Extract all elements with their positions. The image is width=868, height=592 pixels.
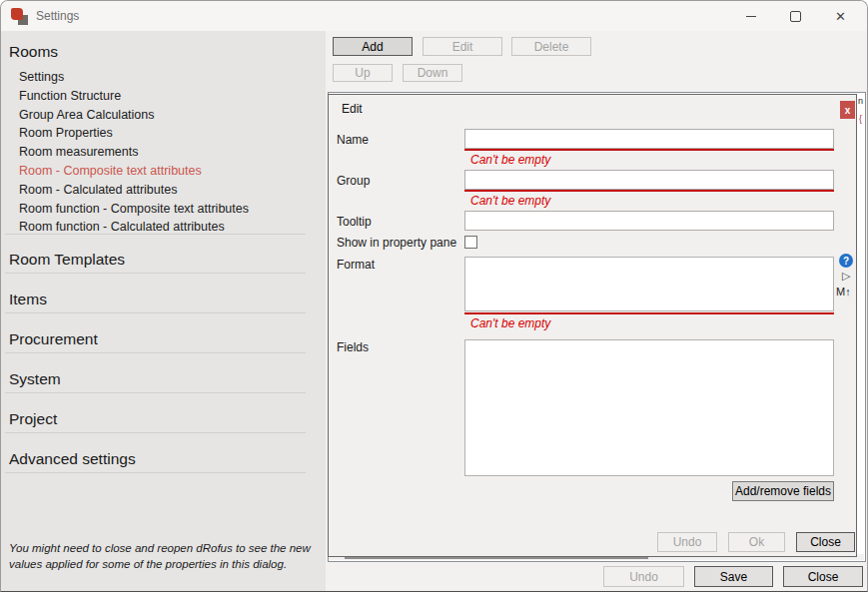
list-fragment: { (859, 114, 862, 124)
sidebar-item-room-measurements[interactable]: Room measurements (19, 143, 249, 162)
sidebar-section-rooms[interactable]: Rooms (9, 43, 58, 61)
sidebar-note: You might need to close and reopen dRofu… (9, 540, 327, 572)
dialog-ok-button[interactable]: Ok (728, 532, 785, 552)
tooltip-input[interactable] (464, 211, 834, 231)
sidebar-section-items[interactable]: Items (9, 291, 47, 308)
sidebar-section-procurement[interactable]: Procurement (9, 330, 98, 348)
sidebar-item-room-composite-text-attributes[interactable]: Room - Composite text attributes (19, 162, 249, 181)
add-remove-fields-button[interactable]: Add/remove fields (732, 481, 834, 501)
minimize-icon (746, 16, 756, 17)
format-error-underline (464, 312, 834, 314)
show-in-property-pane-checkbox[interactable] (464, 236, 477, 249)
dialog-close-icon: x (845, 105, 851, 116)
dialog-close-button[interactable]: x (840, 101, 855, 119)
minimize-button[interactable] (728, 1, 773, 31)
sidebar-item-room-calculated-attributes[interactable]: Room - Calculated attributes (19, 181, 249, 200)
rooms-subsection-list: Settings Function Structure Group Area C… (19, 68, 249, 237)
maximize-icon (790, 11, 801, 22)
sidebar-section-project[interactable]: Project (9, 410, 57, 428)
title-bar: Settings ✕ (1, 1, 867, 31)
sidebar-item-group-area-calculations[interactable]: Group Area Calculations (19, 106, 249, 125)
sidebar-section-advanced-settings[interactable]: Advanced settings (9, 450, 136, 468)
window-title: Settings (36, 9, 79, 23)
divider (5, 352, 306, 353)
app-logo-icon (11, 8, 28, 25)
sidebar-section-system[interactable]: System (9, 370, 61, 388)
divider (5, 234, 306, 235)
footer-save-button[interactable]: Save (694, 566, 773, 587)
group-error-underline (464, 190, 834, 192)
tooltip-label: Tooltip (337, 215, 372, 229)
name-input[interactable] (464, 129, 834, 149)
up-button[interactable]: Up (333, 64, 393, 82)
divider (5, 432, 306, 433)
footer-close-button[interactable]: Close (783, 566, 863, 587)
macro-up-icon[interactable]: M↑ (836, 286, 851, 297)
dialog-close-button-footer[interactable]: Close (796, 532, 855, 552)
close-button[interactable]: ✕ (818, 1, 863, 31)
window-controls: ✕ (728, 1, 863, 31)
fields-label: Fields (337, 340, 369, 354)
group-label: Group (337, 174, 370, 188)
format-textarea[interactable] (464, 257, 834, 311)
add-button[interactable]: Add (333, 37, 413, 56)
dialog-title: Edit (342, 102, 363, 116)
sidebar-item-function-structure[interactable]: Function Structure (19, 87, 249, 106)
edit-dialog: Edit x Name Can't be empty Group Can't b… (328, 94, 857, 557)
list-fragment: n (858, 96, 863, 106)
format-label: Format (337, 258, 375, 272)
name-error-underline (464, 149, 834, 151)
group-input[interactable] (464, 170, 834, 190)
show-in-property-pane-label: Show in property pane (337, 236, 456, 250)
sidebar-item-settings[interactable]: Settings (19, 68, 249, 87)
delete-button[interactable]: Delete (511, 37, 591, 56)
dialog-undo-button[interactable]: Undo (657, 532, 717, 552)
name-error-text: Can't be empty (470, 153, 550, 167)
divider (5, 392, 306, 393)
footer-undo-button[interactable]: Undo (603, 566, 684, 587)
help-icon[interactable]: ? (839, 254, 853, 268)
divider (5, 472, 306, 473)
divider (5, 312, 306, 313)
expand-format-icon[interactable]: ▷ (842, 270, 850, 283)
maximize-button[interactable] (773, 1, 818, 31)
settings-window: Settings ✕ Rooms Settings Function Struc… (0, 0, 868, 592)
name-label: Name (337, 133, 369, 147)
sidebar-item-room-properties[interactable]: Room Properties (19, 124, 249, 143)
settings-sidebar: Rooms Settings Function Structure Group … (1, 31, 326, 591)
format-error-text: Can't be empty (470, 316, 550, 330)
sidebar-item-room-function-composite-text-attributes[interactable]: Room function - Composite text attribute… (19, 200, 249, 219)
group-error-text: Can't be empty (470, 194, 550, 208)
edit-button[interactable]: Edit (423, 37, 502, 56)
close-icon: ✕ (835, 10, 846, 23)
sidebar-section-room-templates[interactable]: Room Templates (9, 251, 125, 269)
down-button[interactable]: Down (403, 64, 462, 82)
divider (5, 273, 306, 274)
fields-listbox[interactable] (464, 339, 834, 476)
